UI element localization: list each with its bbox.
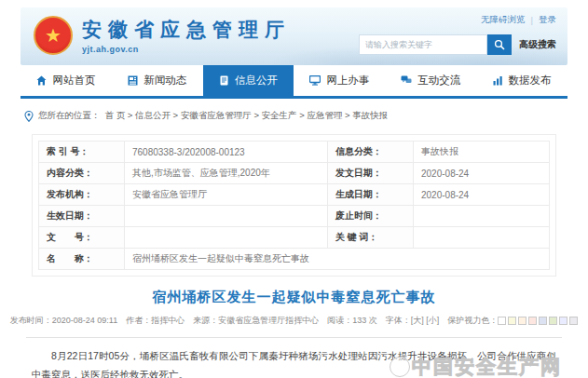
author: 作者：指挥中心 — [126, 315, 185, 327]
field-label: 发布机构： — [39, 184, 125, 206]
site-banner: ★ 安徽省应急管理厅 yjt.ah.gov.cn 无障碍浏览 | 登录 高级搜索 — [21, 7, 567, 65]
field-label: 关 键 词： — [328, 227, 414, 249]
eye-color-swatch[interactable] — [539, 317, 547, 325]
eye-protect-label: 保护视力色： — [447, 316, 498, 325]
field-label: 生成日期： — [328, 184, 414, 206]
search-button[interactable] — [487, 34, 512, 55]
document-meta-card: 索 引 号： 76080338-3/202008-00123 信息分类： 事故快… — [32, 134, 556, 277]
field-label: 废止时间： — [328, 206, 414, 227]
table-row: 文 号： 关 键 词： — [39, 227, 550, 249]
field-value-doc-number — [125, 227, 328, 249]
site-logo[interactable]: ★ 安徽省应急管理厅 yjt.ah.gov.cn — [34, 16, 291, 55]
eye-protect-control: 保护视力色： — [447, 315, 578, 327]
nav-item-interaction[interactable]: 互动交流 — [385, 65, 476, 96]
article-body: 8月22日17时05分，埇桥区温氏畜牧有限公司下属秦圩种猪场污水处理站因污水提升… — [32, 346, 556, 378]
field-label: 内容分类： — [39, 163, 125, 184]
site-domain: yjt.ah.gov.cn — [82, 45, 291, 54]
eye-color-swatch[interactable] — [559, 317, 567, 325]
table-row: 生效日期： 废止时间： — [39, 206, 550, 227]
field-label: 发文日期： — [328, 163, 414, 184]
field-value-index-number: 76080338-3/202008-00123 — [125, 142, 328, 163]
news-icon — [128, 75, 138, 86]
main-nav: 网站首页 新闻动态 信息公开 网上办事 互动交流 数据发布 — [21, 65, 567, 99]
font-size-control: 字体：[大] [小] — [386, 315, 440, 327]
field-value-info-category: 事故快报 — [414, 142, 550, 163]
article-meta: 发布时间：2020-08-24 09:11 作者：指挥中心 来源：安徽省应急管理… — [0, 315, 588, 327]
field-label: 生效日期： — [39, 206, 125, 227]
field-label: 信息分类： — [328, 142, 414, 163]
field-value-generate-date: 2020-08-24 — [414, 184, 550, 206]
field-value-effective-date — [125, 206, 328, 227]
field-value-issue-date: 2020-08-24 — [414, 163, 550, 184]
top-links-divider: | — [531, 15, 533, 25]
nav-item-news[interactable]: 新闻动态 — [112, 65, 203, 96]
nav-item-home[interactable]: 网站首页 — [21, 65, 112, 96]
nav-label: 新闻动态 — [144, 74, 186, 88]
nav-label: 网站首页 — [52, 74, 95, 88]
search-input[interactable] — [359, 34, 487, 55]
accessibility-link[interactable]: 无障碍浏览 — [481, 14, 526, 26]
document-meta-table: 索 引 号： 76080338-3/202008-00123 信息分类： 事故快… — [38, 141, 550, 270]
field-label: 索 引 号： — [39, 142, 125, 163]
nav-item-data-release[interactable]: 数据发布 — [476, 65, 567, 96]
document-icon — [219, 75, 229, 86]
eye-color-swatch[interactable] — [518, 317, 526, 325]
home-icon — [36, 75, 47, 86]
site-title: 安徽省应急管理厅 — [82, 17, 291, 43]
chart-icon — [493, 75, 503, 86]
font-size-small-button[interactable]: [小] — [426, 316, 439, 325]
nav-label: 数据发布 — [509, 74, 552, 88]
monitor-icon — [309, 75, 321, 86]
body-text: 8月22日17时05分，埇桥区温氏畜牧有限公司下属秦圩种猪场污水处理站因污水提升… — [51, 350, 547, 361]
view-count: 阅读：133 次 — [327, 315, 377, 327]
page: ★ 安徽省应急管理厅 yjt.ah.gov.cn 无障碍浏览 | 登录 高级搜索… — [0, 7, 588, 378]
field-label: 文 号： — [39, 227, 125, 249]
search-icon — [494, 39, 505, 50]
breadcrumb-prefix: 您所在的位置： — [38, 110, 101, 122]
article-title: 宿州埇桥区发生一起疑似中毒窒息死亡事故 — [0, 289, 588, 306]
nav-item-info-disclosure[interactable]: 信息公开 — [203, 65, 294, 96]
field-value-content-category: 其他,市场监管、应急管理,2020年 — [125, 163, 328, 184]
field-value-document-name: 宿州埇桥区发生一起疑似中毒窒息死亡事故 — [125, 249, 550, 270]
eye-color-swatch[interactable] — [508, 317, 516, 325]
meta-divider — [26, 337, 562, 338]
breadcrumb-path[interactable]: 首 页 > 信息公开 > 安徽省应急管理厅 > 安全生产 > 应急管理 > 事故… — [105, 110, 389, 122]
location-pin-icon — [24, 111, 34, 122]
eye-color-swatch[interactable] — [498, 317, 506, 325]
eye-color-swatch[interactable] — [549, 317, 557, 325]
field-value-keywords — [414, 227, 550, 249]
table-row: 名 称： 宿州埇桥区发生一起疑似中毒窒息死亡事故 — [39, 249, 550, 270]
table-row: 索 引 号： 76080338-3/202008-00123 信息分类： 事故快… — [39, 142, 550, 163]
source: 来源：安徽省应急管理厅指挥中心 — [193, 315, 319, 327]
field-label: 名 称： — [39, 249, 125, 270]
nav-item-online-services[interactable]: 网上办事 — [294, 65, 385, 96]
national-emblem-icon: ★ — [34, 16, 73, 55]
table-row: 内容分类： 其他,市场监管、应急管理,2020年 发文日期： 2020-08-2… — [39, 163, 550, 184]
nav-label: 互动交流 — [417, 74, 460, 88]
login-link[interactable]: 登录 — [539, 14, 556, 26]
publish-time: 发布时间：2020-08-24 09:11 — [10, 315, 117, 327]
field-value-publisher: 安徽省应急管理厅 — [125, 184, 328, 206]
nav-label: 信息公开 — [235, 74, 278, 88]
breadcrumb: 您所在的位置：首 页 > 信息公开 > 安徽省应急管理厅 > 安全生产 > 应急… — [24, 110, 564, 122]
table-row: 发布机构： 安徽省应急管理厅 生成日期： 2020-08-24 — [39, 184, 550, 206]
font-size-label: 字体： — [386, 316, 411, 325]
advanced-search-link[interactable]: 高级搜索 — [519, 38, 556, 51]
eye-color-swatch[interactable] — [569, 317, 578, 325]
font-size-large-button[interactable]: [大] — [411, 316, 424, 325]
eye-color-swatch[interactable] — [528, 317, 537, 325]
field-value-repeal-date — [414, 206, 550, 227]
nav-label: 网上办事 — [326, 74, 369, 88]
chat-icon — [401, 75, 412, 86]
eye-protect-swatches — [498, 317, 578, 325]
